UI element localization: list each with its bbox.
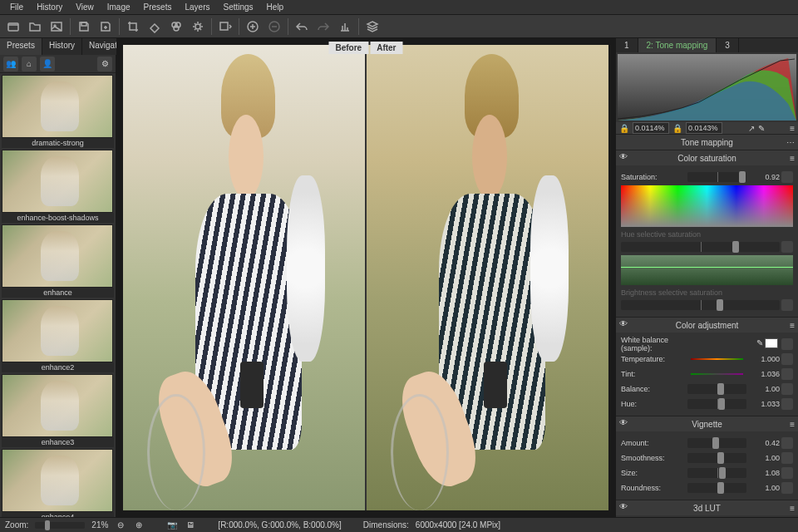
hue-gradient[interactable] [621, 255, 793, 285]
coloradj-header[interactable]: 👁Color adjustment≡ [616, 318, 798, 332]
histogram[interactable] [618, 54, 796, 121]
circle-remove-icon[interactable] [264, 17, 284, 37]
rtab-1[interactable]: 1 [616, 38, 638, 52]
right-panel: 1 2: Tone mapping 3 🔒 🔒 ↗ ✎ ≡ Tone mappi… [615, 38, 798, 517]
zoom-slider[interactable] [35, 522, 85, 529]
transform-icon[interactable] [335, 17, 355, 37]
reset-icon[interactable] [781, 467, 793, 479]
save-icon[interactable] [74, 17, 94, 37]
camera-icon[interactable]: 📷 [166, 520, 178, 531]
balance-slider[interactable] [687, 384, 746, 394]
lock-icon[interactable]: 🔒 [672, 124, 682, 133]
circle-add-icon[interactable] [243, 17, 263, 37]
reset-icon[interactable] [781, 437, 793, 449]
left-panel: Presets History Navigator 👥 ⌂ 👤 ⚙ dramat… [0, 38, 116, 517]
menu-help[interactable]: Help [260, 2, 291, 12]
reset-icon[interactable] [781, 353, 793, 365]
lut-header[interactable]: 👁3d LUT≡ [616, 500, 798, 515]
image-canvas[interactable] [123, 45, 608, 510]
filter-icon[interactable] [166, 17, 186, 37]
eye-icon[interactable]: 👁 [619, 418, 631, 430]
preset-user-icon[interactable]: 👤 [40, 57, 55, 71]
hue-slider[interactable] [687, 399, 746, 409]
colorsat-header[interactable]: 👁Color saturation≡ [616, 150, 798, 165]
opts-icon[interactable]: ≡ [790, 420, 795, 429]
menu-image[interactable]: Image [101, 2, 137, 12]
gear-icon[interactable] [188, 17, 208, 37]
tab-presets[interactable]: Presets [0, 38, 42, 55]
temp-slider[interactable] [691, 358, 743, 360]
eraser-icon[interactable] [145, 17, 165, 37]
save-as-icon[interactable] [96, 17, 116, 37]
saturation-slider[interactable] [687, 172, 746, 182]
eye-icon[interactable]: 👁 [619, 319, 631, 331]
preset-item[interactable]: enhance2 [2, 299, 114, 372]
tonemap-header[interactable]: Tone mapping⋯ [616, 135, 798, 150]
smooth-value: 1.00 [750, 454, 780, 462]
eye-icon[interactable]: 👁 [619, 152, 631, 164]
reset-icon[interactable] [781, 299, 793, 311]
eye-icon[interactable]: 👁 [619, 502, 631, 514]
open-folder-icon[interactable] [25, 17, 45, 37]
reset-icon[interactable] [781, 171, 793, 183]
reset-icon[interactable] [781, 398, 793, 410]
smooth-slider[interactable] [687, 453, 746, 463]
vignette-header[interactable]: 👁Vignette≡ [616, 416, 798, 431]
menu-layers[interactable]: Layers [178, 2, 216, 12]
rtab-3[interactable]: 3 [717, 38, 739, 52]
layers-icon[interactable] [362, 17, 382, 37]
open-icon[interactable] [3, 17, 23, 37]
preset-item[interactable]: enhance [2, 224, 114, 298]
opts-icon[interactable]: ≡ [790, 504, 795, 513]
undo-icon[interactable] [292, 17, 312, 37]
menu-presets[interactable]: Presets [137, 2, 179, 12]
preset-item[interactable]: enhance4 [2, 449, 114, 517]
opts-icon[interactable]: ≡ [790, 154, 795, 163]
reset-icon[interactable] [781, 482, 793, 494]
reset-icon[interactable] [781, 383, 793, 395]
opts-icon[interactable]: ⋯ [786, 138, 795, 147]
histo-right-input[interactable] [686, 122, 722, 134]
hue-value: 1.033 [750, 400, 780, 408]
preset-group-1-icon[interactable]: 👥 [3, 57, 18, 71]
reset-icon[interactable] [781, 241, 793, 253]
preset-item[interactable]: enhance-boost-shadows [2, 150, 114, 223]
redo-icon[interactable] [313, 17, 333, 37]
monitor-icon[interactable]: 🖥 [185, 520, 196, 531]
round-slider[interactable] [687, 483, 746, 493]
open-image-icon[interactable] [47, 17, 66, 37]
picker-icon[interactable]: ✎ [756, 338, 763, 350]
amount-slider[interactable] [687, 438, 746, 448]
preset-home-icon[interactable]: ⌂ [22, 57, 37, 71]
preset-settings-icon[interactable]: ⚙ [97, 57, 112, 71]
crop-icon[interactable] [123, 17, 143, 37]
rtab-2[interactable]: 2: Tone mapping [638, 38, 717, 52]
reset-icon[interactable] [781, 452, 793, 464]
wb-swatch[interactable] [765, 338, 778, 348]
zoom-in-icon[interactable]: ⊕ [133, 520, 145, 531]
tab-history[interactable]: History [42, 38, 82, 55]
preset-item[interactable]: dramatic-strong [2, 75, 114, 148]
menu-file[interactable]: File [3, 2, 30, 12]
reset-icon[interactable] [781, 338, 793, 350]
color-gradient[interactable] [621, 185, 793, 227]
preset-item[interactable]: enhance3 [2, 374, 114, 447]
reset-icon[interactable] [781, 368, 793, 380]
bri-slider[interactable] [621, 300, 780, 310]
zoom-value: 21% [91, 520, 108, 530]
menu-view[interactable]: View [69, 2, 101, 12]
tint-slider[interactable] [691, 373, 743, 375]
lock-icon[interactable]: 🔒 [619, 124, 629, 133]
canvas-area: Before After [116, 38, 615, 517]
menu-history[interactable]: History [30, 2, 69, 12]
menu-settings[interactable]: Settings [216, 2, 259, 12]
zoom-out-icon[interactable]: ⊖ [115, 520, 126, 531]
histo-tool2-icon[interactable]: ✎ [758, 124, 765, 133]
opts-icon[interactable]: ≡ [790, 321, 795, 330]
size-slider[interactable] [687, 468, 746, 478]
image-dropdown-icon[interactable] [215, 17, 235, 37]
histo-opts-icon[interactable]: ≡ [790, 124, 795, 133]
hue-slider[interactable] [621, 242, 780, 252]
histo-left-input[interactable] [633, 122, 669, 134]
histo-tool-icon[interactable]: ↗ [748, 124, 755, 133]
